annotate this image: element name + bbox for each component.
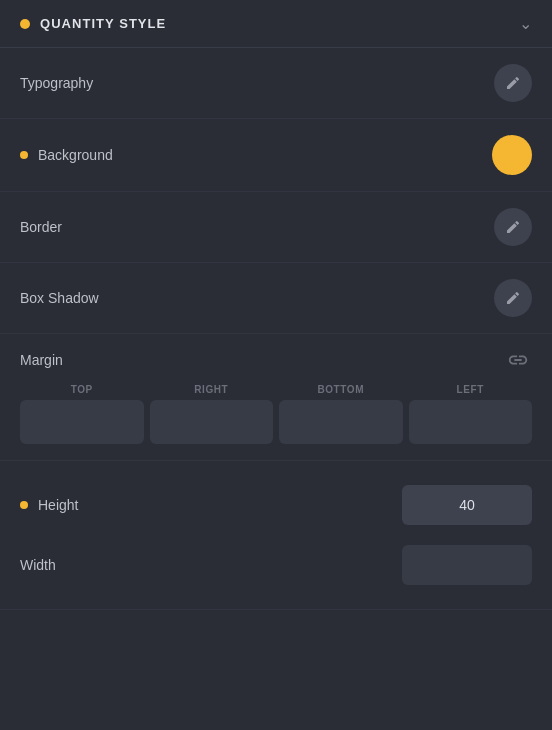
margin-right-input[interactable]: [150, 400, 274, 444]
margin-inputs: TOP RIGHT BOTTOM LEFT: [20, 384, 532, 444]
panel-title: QUANTITY STYLE: [40, 16, 166, 31]
margin-header: Margin: [20, 346, 532, 374]
border-label: Border: [20, 219, 62, 235]
margin-top-col: TOP: [20, 384, 144, 444]
margin-left-col: LEFT: [409, 384, 533, 444]
height-active-dot: [20, 501, 28, 509]
width-input[interactable]: [402, 545, 532, 585]
box-shadow-row: Box Shadow: [0, 263, 552, 334]
chevron-down-icon[interactable]: ⌄: [519, 14, 532, 33]
width-row: Width: [20, 535, 532, 595]
box-shadow-label: Box Shadow: [20, 290, 99, 306]
height-input[interactable]: 40: [402, 485, 532, 525]
pencil-icon: [505, 75, 521, 91]
pencil-icon: [505, 219, 521, 235]
margin-top-label: TOP: [71, 384, 93, 395]
pencil-icon: [505, 290, 521, 306]
margin-link-button[interactable]: [504, 346, 532, 374]
panel-header[interactable]: QUANTITY STYLE ⌄: [0, 0, 552, 47]
typography-row: Typography: [0, 48, 552, 119]
margin-bottom-col: BOTTOM: [279, 384, 403, 444]
height-label: Height: [20, 497, 78, 513]
typography-label: Typography: [20, 75, 93, 91]
margin-left-input[interactable]: [409, 400, 533, 444]
dimension-section: Height 40 Width: [0, 461, 552, 610]
background-row: Background: [0, 119, 552, 192]
background-label: Background: [20, 147, 113, 163]
margin-right-label: RIGHT: [194, 384, 228, 395]
margin-label: Margin: [20, 352, 63, 368]
panel-header-left: QUANTITY STYLE: [20, 16, 166, 31]
border-edit-button[interactable]: [494, 208, 532, 246]
margin-left-label: LEFT: [457, 384, 484, 395]
margin-top-input[interactable]: [20, 400, 144, 444]
typography-edit-button[interactable]: [494, 64, 532, 102]
box-shadow-edit-button[interactable]: [494, 279, 532, 317]
width-label: Width: [20, 557, 56, 573]
link-icon: [507, 349, 529, 371]
margin-section: Margin TOP RIGHT BOTTOM LEFT: [0, 334, 552, 461]
header-dot: [20, 19, 30, 29]
quantity-style-panel: QUANTITY STYLE ⌄ Typography Background B…: [0, 0, 552, 610]
border-row: Border: [0, 192, 552, 263]
margin-right-col: RIGHT: [150, 384, 274, 444]
background-active-dot: [20, 151, 28, 159]
height-row: Height 40: [20, 475, 532, 535]
margin-bottom-input[interactable]: [279, 400, 403, 444]
background-color-swatch[interactable]: [492, 135, 532, 175]
margin-bottom-label: BOTTOM: [317, 384, 364, 395]
